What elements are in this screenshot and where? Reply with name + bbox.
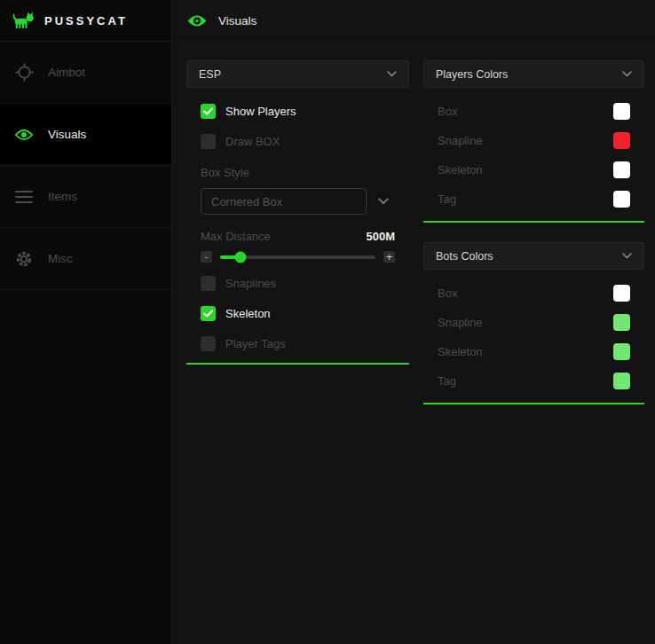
- color-row: Tag: [438, 373, 630, 389]
- color-row-label: Box: [438, 287, 457, 300]
- players-colors-body: Box Snapline Skeleton Tag: [423, 103, 644, 208]
- esp-panel-body: Show Players Draw BOX Box Style Cornered…: [186, 104, 409, 351]
- color-row-label: Tag: [438, 374, 456, 388]
- slider-plus-button[interactable]: +: [383, 251, 395, 263]
- box-style-label: Box Style: [201, 166, 395, 179]
- color-swatch[interactable]: [613, 132, 630, 149]
- bots-colors-header[interactable]: Bots Colors: [423, 242, 644, 270]
- max-distance-label: Max Distance: [201, 230, 271, 243]
- sidebar-item-label: Items: [48, 190, 77, 203]
- snaplines-checkbox[interactable]: [201, 276, 216, 291]
- topbar: Visuals: [173, 0, 655, 42]
- eye-icon: [186, 13, 208, 28]
- panel-title: Players Colors: [436, 68, 508, 81]
- sidebar-item-label: Visuals: [48, 128, 86, 141]
- color-row: Box: [438, 103, 630, 120]
- color-swatch[interactable]: [613, 373, 630, 389]
- panel-title: Bots Colors: [436, 250, 493, 263]
- color-row-label: Box: [438, 105, 457, 118]
- sidebar-item-aimbot[interactable]: Aimbot: [0, 42, 171, 104]
- sidebar-item-visuals[interactable]: Visuals: [0, 104, 171, 166]
- box-style-value: Cornered Box: [211, 195, 282, 208]
- page-title: Visuals: [218, 14, 256, 27]
- max-distance-value: 500M: [366, 230, 395, 243]
- chevron-down-icon[interactable]: [622, 253, 632, 259]
- color-row: Snapline: [438, 132, 630, 149]
- draw-box-row: Draw BOX: [201, 134, 395, 149]
- gear-icon: [13, 250, 35, 268]
- show-players-row: Show Players: [201, 104, 395, 119]
- color-swatch[interactable]: [613, 161, 630, 178]
- list-icon: [13, 190, 35, 204]
- color-row-label: Snapline: [438, 134, 483, 147]
- chevron-down-icon[interactable]: [387, 71, 397, 77]
- cat-logo-icon: [12, 12, 36, 30]
- color-row-label: Skeleton: [438, 345, 483, 358]
- max-distance-row: Max Distance 500M: [201, 230, 395, 243]
- bots-colors-body: Box Snapline Skeleton Tag: [423, 285, 644, 389]
- show-players-label: Show Players: [225, 105, 296, 118]
- snaplines-row: Snaplines: [201, 276, 395, 291]
- color-row-label: Snapline: [438, 316, 483, 329]
- color-row: Tag: [438, 191, 630, 208]
- sidebar-item-label: Aimbot: [48, 66, 85, 79]
- skeleton-label: Skeleton: [225, 307, 271, 320]
- bots-colors-panel: Bots Colors Box Snapline Skeleton Tag: [423, 242, 644, 404]
- players-colors-panel: Players Colors Box Snapline Skeleton Tag: [423, 60, 644, 223]
- sidebar-nav: Aimbot Visuals Items: [0, 42, 171, 290]
- draw-box-checkbox[interactable]: [201, 134, 216, 149]
- color-row: Box: [438, 285, 630, 302]
- crosshair-icon: [13, 63, 35, 82]
- box-style-select[interactable]: Cornered Box: [201, 188, 367, 215]
- sidebar: PUSSYCAT Aimbot Visuals: [0, 0, 172, 644]
- snaplines-label: Snaplines: [225, 277, 276, 290]
- show-players-checkbox[interactable]: [201, 104, 216, 119]
- color-swatch[interactable]: [613, 343, 630, 360]
- esp-panel: ESP Show Players Draw BOX Box Style Corn…: [186, 60, 409, 365]
- color-swatch[interactable]: [613, 314, 630, 331]
- brand-name: PUSSYCAT: [44, 14, 128, 27]
- color-swatch[interactable]: [613, 191, 630, 208]
- max-distance-slider[interactable]: [220, 255, 375, 259]
- draw-box-label: Draw BOX: [225, 135, 280, 148]
- check-icon: [203, 107, 213, 115]
- sidebar-item-label: Misc: [48, 252, 73, 265]
- panel-title: ESP: [199, 68, 221, 81]
- color-swatch[interactable]: [613, 103, 630, 120]
- eye-icon: [13, 128, 35, 142]
- sidebar-item-items[interactable]: Items: [0, 166, 171, 228]
- box-style-select-row: Cornered Box: [201, 188, 395, 215]
- slider-thumb[interactable]: [234, 251, 246, 263]
- player-tags-label: Player Tags: [225, 337, 286, 350]
- chevron-down-icon[interactable]: [622, 71, 632, 77]
- skeleton-checkbox[interactable]: [201, 306, 216, 321]
- esp-panel-header[interactable]: ESP: [186, 60, 409, 88]
- color-row-label: Tag: [438, 192, 456, 206]
- check-icon: [203, 310, 213, 318]
- color-row: Snapline: [438, 314, 630, 331]
- color-row: Skeleton: [438, 343, 630, 360]
- chevron-down-icon[interactable]: [372, 188, 395, 215]
- color-row-label: Skeleton: [438, 163, 483, 177]
- color-row: Skeleton: [438, 161, 630, 178]
- brand: PUSSYCAT: [0, 0, 171, 42]
- players-colors-header[interactable]: Players Colors: [423, 60, 644, 88]
- player-tags-row: Player Tags: [201, 336, 395, 351]
- player-tags-checkbox[interactable]: [201, 336, 216, 351]
- slider-minus-button[interactable]: -: [201, 251, 212, 263]
- skeleton-row: Skeleton: [201, 306, 395, 321]
- color-swatch[interactable]: [613, 285, 630, 302]
- sidebar-item-misc[interactable]: Misc: [0, 228, 171, 290]
- max-distance-slider-row: - +: [201, 250, 395, 263]
